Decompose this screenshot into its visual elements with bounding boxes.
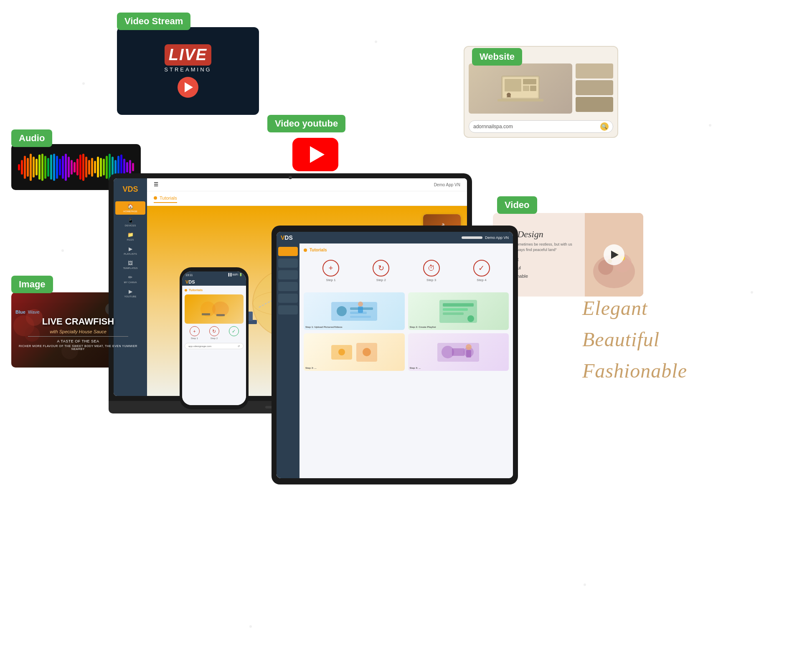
- website-url-bar: adornnailspa.com 🔍: [469, 120, 613, 133]
- tutorial-tab-dot: [154, 196, 157, 200]
- nail-play-overlay[interactable]: [604, 244, 624, 265]
- tablet-tab-dot: [304, 249, 307, 252]
- svg-point-4: [751, 291, 753, 294]
- app-header-user: Demo App VN: [434, 183, 460, 187]
- nail-image-side: [585, 213, 643, 297]
- image-badge: Image: [11, 276, 53, 293]
- live-play-button[interactable]: [178, 77, 198, 98]
- tablet-step-3-label: Step 3: [426, 278, 436, 282]
- elegant-line-3: Fashionable: [582, 359, 782, 382]
- phone-url-bar: app.vdesignage.com ↺: [185, 343, 244, 349]
- sidebar-homepage-label: HOMEPAGE: [123, 210, 137, 213]
- phone-step-checkmark: ✓: [229, 326, 239, 340]
- youtube-play-button[interactable]: [288, 134, 343, 175]
- crawfish-description: RICHER MORE FLAVOUR OF THE SWEET BODY ME…: [15, 345, 141, 350]
- svg-point-53: [338, 349, 345, 355]
- phone-tutorial-tab: Tutorials: [189, 288, 203, 292]
- tablet-body: Tutorials + Step 1 ↻ Step 2 ⏱: [277, 243, 513, 478]
- elegant-line-2: Beautiful: [582, 328, 782, 351]
- yt-play-outer: [292, 138, 338, 171]
- svg-point-50: [467, 315, 474, 322]
- sidebar-files-label: FILES: [127, 238, 134, 241]
- svg-point-1: [709, 124, 711, 127]
- sidebar-item-mycanva[interactable]: ✏ MY CANVA: [115, 272, 145, 286]
- tablet-tutorial-grid: Step 1: Upload Pictures/Videos Step 2: C…: [304, 292, 509, 371]
- tablet-logo: VDS: [281, 234, 293, 241]
- crawfish-title: LIVE CRAWFISH: [15, 316, 141, 327]
- website-badge-label: Website: [480, 51, 515, 62]
- phone-tut-header: Tutorials: [185, 288, 244, 292]
- svg-rect-45: [358, 307, 363, 313]
- sidebar-item-youtube[interactable]: ▶ YOUTUBE: [115, 287, 145, 300]
- tut-illustration-3: [327, 337, 381, 368]
- tut-illustration-2: [431, 296, 485, 327]
- phone-logo: VDS: [185, 279, 195, 284]
- home-icon: 🏠: [127, 203, 134, 209]
- tablet-step-2-icon: ↻: [373, 260, 389, 276]
- svg-rect-48: [443, 308, 468, 311]
- live-logo: LIVE STREAMING: [164, 44, 211, 98]
- sidebar-playlists-label: PLAYLISTS: [124, 253, 137, 255]
- svg-point-54: [363, 348, 371, 356]
- svg-rect-47: [443, 303, 474, 307]
- tablet-step-4: ✓ Step 4: [473, 260, 490, 282]
- tablet-sidebar-item-5[interactable]: [278, 294, 298, 303]
- elegant-text-lines: Elegant Beautiful Fashionable: [582, 297, 782, 382]
- tablet-sidebar-item-6[interactable]: [278, 305, 298, 314]
- svg-rect-10: [523, 79, 536, 84]
- phone-signals: ▐▐ WiFi 🔋: [227, 273, 243, 276]
- tut-block-2: Step 2: Create Playlist: [408, 292, 509, 330]
- website-left: [469, 63, 572, 114]
- tut-block-1: Step 1: Upload Pictures/Videos: [304, 292, 405, 330]
- sidebar-mycanva-label: MY CANVA: [124, 281, 137, 284]
- tablet-sidebar-item-4[interactable]: [278, 282, 298, 291]
- tablet-step-3: ⏱ Step 3: [423, 260, 440, 282]
- phone-step-2-icon: ↻: [209, 326, 219, 336]
- tutorial-tab[interactable]: Tutorials: [154, 195, 177, 203]
- sidebar-item-files[interactable]: 📁 FILES: [115, 230, 145, 243]
- phone-url-text: app.vdesignage.com: [188, 345, 211, 347]
- tablet-sidebar: [277, 243, 299, 478]
- sidebar-item-templates[interactable]: 🖼 TEMPLATES: [115, 258, 145, 271]
- tablet-main: Tutorials + Step 1 ↻ Step 2 ⏱: [299, 243, 513, 478]
- website-url-text: adornnailspa.com: [473, 124, 513, 129]
- phone-step-2: ↻ Step 2: [209, 326, 219, 340]
- image-badge-label: Image: [19, 279, 46, 290]
- tablet-sidebar-item-3[interactable]: [278, 270, 298, 279]
- svg-point-59: [466, 344, 472, 350]
- sidebar-item-playlists[interactable]: ▶ PLAYLISTS: [115, 244, 145, 257]
- sidebar-youtube-label: YOUTUBE: [124, 295, 136, 298]
- tablet-user: Demo App VN: [485, 236, 509, 240]
- phone-content: Tutorials + Step 1: [182, 286, 246, 405]
- tut-block-3: Step 3: ...: [304, 333, 405, 371]
- tablet-step-1: + Step 1: [322, 260, 339, 282]
- phone-screen: 13:11 ▐▐ WiFi 🔋 VDS Tutorials: [182, 271, 246, 405]
- website-thumbnails: [576, 63, 613, 114]
- tut-block-3-label: Step 3: ...: [305, 367, 317, 369]
- tablet-sidebar-item-2[interactable]: [278, 259, 298, 268]
- tablet-sidebar-item-1[interactable]: [278, 247, 298, 256]
- laptop-camera: [289, 176, 292, 179]
- tablet-step-4-label: Step 4: [477, 278, 486, 282]
- svg-point-40: [337, 306, 347, 316]
- tablet-step-4-icon: ✓: [473, 260, 490, 276]
- video-stream-badge-label: Video Stream: [124, 16, 183, 27]
- tablet-wrap: VDS Demo App VN: [272, 226, 518, 484]
- tut-block-4-label: Step 4: ...: [410, 367, 421, 369]
- phone-tab-dot: [185, 289, 187, 292]
- sidebar-item-devices[interactable]: 📱 DEVICES: [115, 216, 145, 229]
- tut-illustration-1: [327, 296, 381, 327]
- tablet-frame: VDS Demo App VN: [272, 226, 518, 484]
- tut-block-4: Step 4: ...: [408, 333, 509, 371]
- elegant-line-1: Elegant: [582, 297, 782, 320]
- laptop-illustration: [495, 72, 546, 105]
- phone-wrap: 13:11 ▐▐ WiFi 🔋 VDS Tutorials: [180, 267, 249, 409]
- svg-rect-43: [350, 316, 371, 318]
- tablet-steps-row: + Step 1 ↻ Step 2 ⏱ Step 3 ✓: [304, 256, 509, 286]
- tut-illustration-4: [431, 337, 485, 368]
- crawfish-tagline: A TASTE OF THE SEA: [15, 339, 141, 343]
- url-search-icon: 🔍: [600, 122, 609, 131]
- sidebar-item-homepage[interactable]: 🏠 HOMEPAGE: [115, 201, 145, 215]
- svg-point-2: [375, 41, 377, 43]
- website-badge: Website: [472, 48, 522, 66]
